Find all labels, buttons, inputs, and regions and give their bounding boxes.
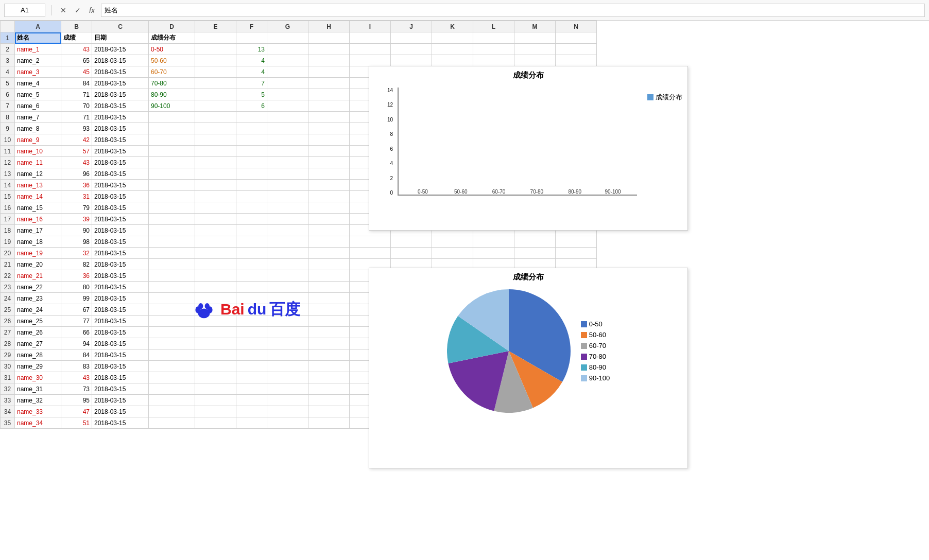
cell[interactable] [308,146,350,157]
cell[interactable] [308,123,350,134]
cell[interactable] [195,146,236,157]
cell[interactable] [195,259,236,270]
cell[interactable] [473,236,514,248]
cell[interactable] [267,100,308,112]
row-header-20[interactable]: 20 [1,248,15,259]
cell[interactable]: 60-70 [149,66,195,78]
cell[interactable] [267,395,308,406]
cell[interactable] [195,282,236,293]
cell[interactable]: name_27 [15,338,61,349]
cell[interactable]: 80 [61,282,92,293]
cell[interactable]: name_26 [15,327,61,338]
row-header-5[interactable]: 5 [1,78,15,89]
cell[interactable] [236,123,267,134]
cell[interactable] [195,236,236,248]
cell[interactable] [195,180,236,191]
cell[interactable] [195,202,236,214]
cell[interactable] [195,123,236,134]
cell[interactable] [308,66,350,78]
cell[interactable] [195,214,236,225]
row-header-26[interactable]: 26 [1,316,15,327]
row-header-12[interactable]: 12 [1,157,15,168]
cell[interactable] [514,248,556,259]
row-header-19[interactable]: 19 [1,236,15,248]
cell[interactable] [195,168,236,180]
row-header-25[interactable]: 25 [1,304,15,316]
cell[interactable] [267,406,308,417]
col-header-F[interactable]: F [236,21,267,32]
cell[interactable]: name_11 [15,157,61,168]
cell[interactable]: 32 [61,248,92,259]
cell[interactable]: 2018-03-15 [92,66,149,78]
cell[interactable] [267,349,308,361]
cell[interactable] [149,202,195,214]
cell[interactable] [236,327,267,338]
cell[interactable] [195,55,236,66]
cell[interactable] [236,248,267,259]
cell[interactable] [236,157,267,168]
cell[interactable]: 83 [61,361,92,372]
cell[interactable] [236,214,267,225]
cell[interactable]: 2018-03-15 [92,406,149,417]
cell[interactable] [195,44,236,55]
cell[interactable]: 成绩分布 [149,32,195,44]
cell[interactable]: 2018-03-15 [92,259,149,270]
cell[interactable]: name_7 [15,112,61,123]
cell[interactable]: name_23 [15,293,61,304]
cell[interactable]: name_29 [15,361,61,372]
cell[interactable] [267,383,308,395]
cell[interactable]: 7 [236,78,267,89]
cell[interactable] [149,259,195,270]
cell[interactable] [308,214,350,225]
col-header-L[interactable]: L [473,21,514,32]
cell[interactable] [473,248,514,259]
cell[interactable]: 2018-03-15 [92,316,149,327]
cell[interactable]: 95 [61,395,92,406]
row-header-13[interactable]: 13 [1,168,15,180]
cell[interactable] [391,248,432,259]
cell[interactable] [149,157,195,168]
cell[interactable]: 66 [61,327,92,338]
cell[interactable] [149,327,195,338]
cell[interactable] [267,66,308,78]
cell[interactable]: 82 [61,259,92,270]
cell[interactable] [350,32,391,44]
row-header-34[interactable]: 34 [1,406,15,417]
cell[interactable] [149,168,195,180]
cell[interactable] [267,55,308,66]
cell[interactable] [149,349,195,361]
row-header-4[interactable]: 4 [1,66,15,78]
row-header-28[interactable]: 28 [1,338,15,349]
cell[interactable] [432,248,473,259]
cell[interactable] [308,180,350,191]
cell[interactable] [514,55,556,66]
cell[interactable]: name_13 [15,180,61,191]
cell[interactable]: name_18 [15,236,61,248]
cell[interactable] [556,44,597,55]
cell[interactable] [195,395,236,406]
cell[interactable] [149,383,195,395]
cell[interactable] [308,372,350,383]
cell[interactable] [308,406,350,417]
cell[interactable]: name_17 [15,225,61,236]
cell[interactable]: 80-90 [149,89,195,100]
cell[interactable] [236,134,267,146]
cell[interactable] [195,248,236,259]
cell[interactable] [236,349,267,361]
cell[interactable] [308,338,350,349]
cell[interactable]: name_15 [15,202,61,214]
cell[interactable] [308,89,350,100]
cell[interactable] [149,395,195,406]
cell[interactable]: 2018-03-15 [92,134,149,146]
col-header-E[interactable]: E [195,21,236,32]
cell[interactable]: 2018-03-15 [92,383,149,395]
cell[interactable] [267,157,308,168]
cell[interactable] [236,338,267,349]
cell[interactable]: 2018-03-15 [92,349,149,361]
cell[interactable]: 2018-03-15 [92,395,149,406]
cell[interactable] [432,236,473,248]
col-header-H[interactable]: H [308,21,350,32]
cell[interactable]: 2018-03-15 [92,123,149,134]
cell[interactable] [236,202,267,214]
cell[interactable] [308,32,350,44]
